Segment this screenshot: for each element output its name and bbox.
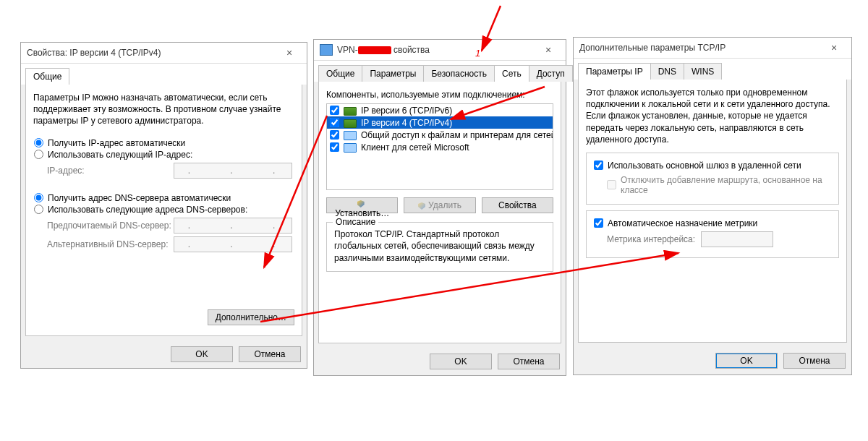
- classroute-label: Отключить добавление маршрута, основанно…: [621, 175, 831, 195]
- cancel-button[interactable]: Отмена: [498, 354, 560, 369]
- titlebar: VPN- свойства ×: [314, 40, 566, 61]
- radio-ip-manual[interactable]: [34, 150, 43, 159]
- cancel-button[interactable]: Отмена: [239, 346, 301, 362]
- title: Свойства: IP версии 4 (TCP/IPv4): [27, 48, 275, 58]
- titlebar: Свойства: IP версии 4 (TCP/IPv4) ×: [21, 43, 307, 64]
- metric-input: [701, 231, 773, 247]
- dialog-buttons: OK Отмена: [574, 347, 851, 374]
- components-list[interactable]: IP версии 6 (TCP/IPv6)IP версии 4 (TCP/I…: [326, 103, 553, 190]
- classroute-checkbox: [607, 180, 616, 189]
- tab-page-ip-settings: Этот флажок используется только при одно…: [578, 80, 847, 343]
- dialog-buttons: OK Отмена: [314, 348, 566, 375]
- radio-dns-auto-label: Получить адрес DNS-сервера автоматически: [48, 193, 231, 203]
- properties-button[interactable]: Свойства: [482, 197, 553, 213]
- list-item[interactable]: IP версии 6 (TCP/IPv6): [327, 104, 553, 116]
- tab-безопасность[interactable]: Безопасность: [423, 65, 495, 82]
- ip-address-input: [174, 163, 292, 179]
- dialog-buttons: OK Отмена: [21, 341, 307, 368]
- list-item[interactable]: Клиент для сетей Microsoft: [327, 141, 553, 153]
- remove-label: Удалить: [428, 200, 461, 210]
- gateway-label: Использовать основной шлюз в удаленной с…: [608, 160, 801, 171]
- tab-параметры-ip[interactable]: Параметры IP: [578, 63, 651, 80]
- autometric-checkbox[interactable]: [594, 218, 603, 228]
- title-suffix: свойства: [391, 45, 430, 55]
- tcpip-advanced-dialog: Дополнительные параметры TCP/IP × Параме…: [573, 37, 852, 375]
- ok-button[interactable]: OK: [715, 353, 778, 369]
- components-label: Компоненты, используемые этим подключени…: [326, 89, 553, 100]
- component-label: Общий доступ к файлам и принтерам для се…: [361, 130, 553, 140]
- component-label: IP версии 4 (TCP/IPv4): [361, 118, 452, 128]
- dns1-input: [174, 218, 292, 234]
- close-icon[interactable]: ×: [275, 47, 304, 59]
- adapter-icon: [344, 107, 357, 116]
- shield-icon: [357, 200, 365, 207]
- tab-wins[interactable]: WINS: [684, 63, 722, 80]
- component-checkbox[interactable]: [330, 130, 339, 140]
- monitor-icon: [344, 131, 357, 140]
- tab-общие[interactable]: Общие: [318, 65, 362, 82]
- autometric-label: Автоматическое назначение метрики: [608, 218, 757, 228]
- tab-доступ[interactable]: Доступ: [529, 65, 573, 82]
- intro-text: Параметры IP можно назначать автоматичес…: [33, 92, 294, 127]
- dns2-label: Альтернативный DNS-сервер:: [47, 239, 174, 249]
- component-label: IP версии 6 (TCP/IPv6): [361, 106, 452, 116]
- redacted-name: [358, 46, 391, 54]
- radio-ip-auto[interactable]: [34, 138, 43, 147]
- shield-icon: [418, 202, 425, 210]
- advanced-button[interactable]: Дополнительно…: [208, 309, 294, 325]
- tab-page-network: Компоненты, используемые этим подключени…: [318, 82, 561, 343]
- dns2-input: [174, 236, 292, 252]
- component-label: Клиент для сетей Microsoft: [361, 142, 469, 153]
- remove-button: Удалить: [404, 197, 475, 213]
- dns1-label: Предпочитаемый DNS-сервер:: [47, 220, 174, 231]
- ip-address-label: IP-адрес:: [47, 166, 174, 176]
- intro-text: Этот флажок используется только при одно…: [586, 87, 839, 145]
- tabstrip: ОбщиеПараметрыБезопасностьСетьДоступ: [314, 61, 566, 82]
- radio-dns-auto[interactable]: [34, 193, 43, 202]
- connection-icon: [320, 44, 333, 56]
- tabstrip: Общие: [21, 64, 307, 85]
- title: Дополнительные параметры TCP/IP: [579, 43, 820, 53]
- tab-dns[interactable]: DNS: [650, 63, 684, 80]
- tab-general[interactable]: Общие: [25, 68, 69, 85]
- component-checkbox[interactable]: [330, 106, 339, 115]
- radio-dns-manual[interactable]: [34, 205, 43, 214]
- cancel-button[interactable]: Отмена: [783, 353, 846, 369]
- vpn-properties-dialog: VPN- свойства × ОбщиеПараметрыБезопаснос…: [313, 39, 566, 376]
- gateway-checkbox[interactable]: [594, 160, 603, 170]
- monitor-icon: [344, 143, 357, 153]
- tab-page-general: Параметры IP можно назначать автоматичес…: [25, 85, 302, 336]
- description-text: Протокол TCP/IP. Стандартный протокол гл…: [334, 228, 545, 264]
- component-checkbox[interactable]: [330, 142, 339, 152]
- radio-ip-auto-label: Получить IP-адрес автоматически: [48, 138, 185, 148]
- metric-label: Метрика интерфейса:: [607, 234, 701, 244]
- radio-dns-manual-label: Использовать следующие адреса DNS-сервер…: [48, 205, 247, 215]
- title: VPN- свойства: [337, 45, 534, 55]
- tabstrip: Параметры IPDNSWINS: [574, 59, 851, 80]
- tab-параметры[interactable]: Параметры: [362, 65, 424, 82]
- list-item[interactable]: Общий доступ к файлам и принтерам для се…: [327, 129, 553, 141]
- close-icon[interactable]: ×: [534, 44, 563, 56]
- list-item[interactable]: IP версии 4 (TCP/IPv4): [327, 116, 553, 129]
- ok-button[interactable]: OK: [430, 354, 492, 369]
- description-legend: Описание: [333, 217, 378, 227]
- close-icon[interactable]: ×: [820, 42, 848, 53]
- ipv4-properties-dialog: Свойства: IP версии 4 (TCP/IPv4) × Общие…: [20, 42, 307, 369]
- radio-ip-manual-label: Использовать следующий IP-адрес:: [48, 150, 192, 160]
- component-checkbox[interactable]: [330, 118, 339, 127]
- ok-button[interactable]: OK: [171, 346, 233, 362]
- titlebar: Дополнительные параметры TCP/IP ×: [574, 38, 851, 59]
- title-prefix: VPN-: [337, 45, 358, 55]
- adapter-icon: [344, 119, 357, 128]
- install-button[interactable]: Установить…: [326, 197, 398, 213]
- tab-сеть[interactable]: Сеть: [494, 65, 529, 82]
